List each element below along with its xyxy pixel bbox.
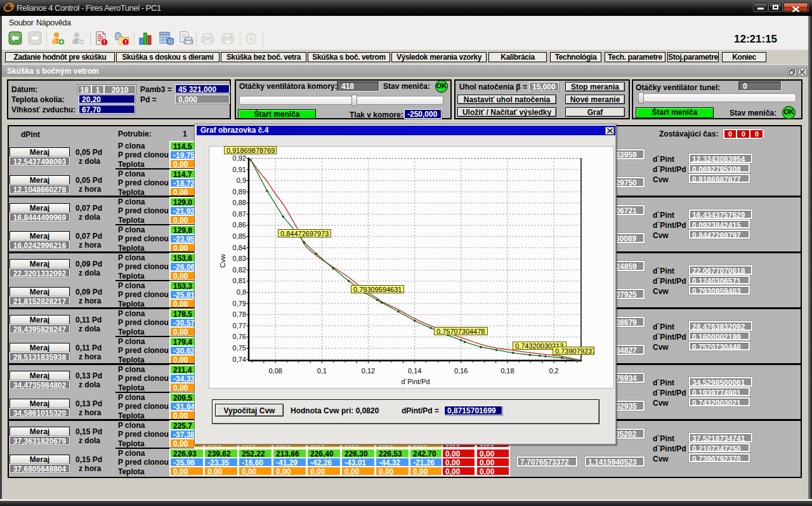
svg-text:0,8: 0,8 xyxy=(237,288,246,296)
svg-text:0,79: 0,79 xyxy=(233,300,246,307)
svg-text:0,74: 0,74 xyxy=(233,356,246,363)
svg-text:0,88: 0,88 xyxy=(233,199,246,206)
svg-text:Cvw: Cvw xyxy=(219,254,226,267)
svg-text:0,77: 0,77 xyxy=(233,322,246,330)
svg-text:0,16: 0,16 xyxy=(454,367,468,375)
svg-text:0,08: 0,08 xyxy=(268,367,282,375)
svg-text:0,76: 0,76 xyxy=(233,333,246,340)
svg-text:0,18: 0,18 xyxy=(501,367,514,375)
svg-text:0,87: 0,87 xyxy=(233,210,246,218)
svg-text:0,92: 0,92 xyxy=(233,154,246,162)
svg-text:0,1: 0,1 xyxy=(317,367,327,375)
svg-text:0,89: 0,89 xyxy=(233,188,246,196)
svg-text:0,75: 0,75 xyxy=(233,344,246,352)
svg-text:d`Pint/Pd: d`Pint/Pd xyxy=(401,378,429,385)
svg-text:0,86: 0,86 xyxy=(233,221,246,229)
svg-text:0,91: 0,91 xyxy=(233,166,246,173)
svg-text:0,81: 0,81 xyxy=(233,277,246,284)
svg-text:0,78: 0,78 xyxy=(233,310,246,318)
svg-text:0,2: 0,2 xyxy=(549,367,558,375)
svg-text:0,85: 0,85 xyxy=(233,232,246,240)
svg-text:0,14: 0,14 xyxy=(408,367,421,375)
svg-text:0,9: 0,9 xyxy=(237,176,246,184)
svg-text:0,83: 0,83 xyxy=(233,255,246,262)
svg-text:0,84: 0,84 xyxy=(233,244,246,251)
svg-text:0,12: 0,12 xyxy=(362,367,375,375)
svg-text:0,82: 0,82 xyxy=(233,266,246,274)
